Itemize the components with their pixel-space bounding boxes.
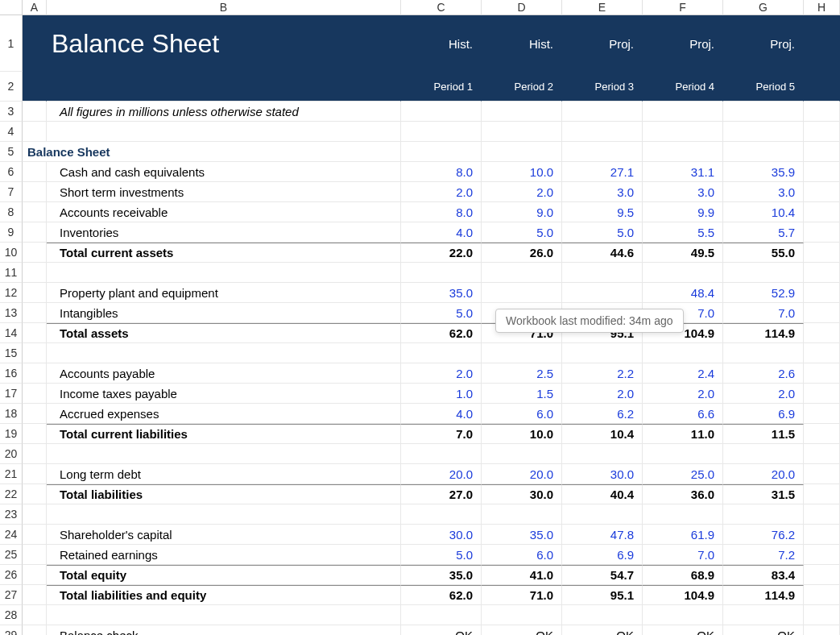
cell-A26[interactable] xyxy=(23,565,47,585)
cell-E9[interactable]: 5.0 xyxy=(562,222,643,243)
cell-E12[interactable] xyxy=(562,283,643,303)
cell-C12[interactable]: 35.0 xyxy=(401,283,482,303)
cell-B19[interactable]: Total current liabilities xyxy=(47,424,401,444)
row-header-18[interactable]: 18 xyxy=(0,404,23,424)
cell-G4[interactable] xyxy=(723,122,804,142)
cell-C5[interactable] xyxy=(401,142,482,162)
cell-E28[interactable] xyxy=(562,605,643,625)
cell-D24[interactable]: 35.0 xyxy=(482,525,562,545)
cell-A16[interactable] xyxy=(23,363,47,384)
cell-C24[interactable]: 30.0 xyxy=(401,525,482,545)
row-header-12[interactable]: 12 xyxy=(0,283,23,303)
cell-A3[interactable] xyxy=(23,102,47,122)
cell-F8[interactable]: 9.9 xyxy=(643,202,723,222)
cell-A24[interactable] xyxy=(23,525,47,545)
cell-G25[interactable]: 7.2 xyxy=(723,545,804,565)
cell-F6[interactable]: 31.1 xyxy=(643,162,723,182)
cell-A22[interactable] xyxy=(23,484,47,504)
cell-H12[interactable] xyxy=(804,283,840,303)
cell-C2[interactable]: Period 1 xyxy=(401,72,482,102)
cell-A18[interactable] xyxy=(23,404,47,424)
cell-H5[interactable] xyxy=(804,142,840,162)
cell-H20[interactable] xyxy=(804,444,840,464)
cell-E27[interactable]: 95.1 xyxy=(562,585,643,605)
cell-H28[interactable] xyxy=(804,605,840,625)
cell-B7[interactable]: Short term investments xyxy=(47,182,401,202)
cell-E22[interactable]: 40.4 xyxy=(562,484,643,504)
col-header-C[interactable]: C xyxy=(401,0,482,15)
cell-H19[interactable] xyxy=(804,424,840,444)
cell-H3[interactable] xyxy=(804,102,840,122)
row-header-29[interactable]: 29 xyxy=(0,625,23,635)
cell-C27[interactable]: 62.0 xyxy=(401,585,482,605)
cell-G23[interactable] xyxy=(723,504,804,525)
cell-E25[interactable]: 6.9 xyxy=(562,545,643,565)
row-header-1[interactable]: 1 xyxy=(0,15,23,72)
cell-A9[interactable] xyxy=(23,222,47,243)
cell-C23[interactable] xyxy=(401,504,482,525)
cell-C11[interactable] xyxy=(401,263,482,283)
cell-H13[interactable] xyxy=(804,303,840,323)
cell-H7[interactable] xyxy=(804,182,840,202)
cell-H1[interactable] xyxy=(804,15,840,72)
cell-C14[interactable]: 62.0 xyxy=(401,323,482,343)
cell-E20[interactable] xyxy=(562,444,643,464)
row-header-23[interactable]: 23 xyxy=(0,504,23,525)
cell-H22[interactable] xyxy=(804,484,840,504)
row-header-5[interactable]: 5 xyxy=(0,142,23,162)
cell-B20[interactable] xyxy=(47,444,401,464)
cell-A12[interactable] xyxy=(23,283,47,303)
cell-H9[interactable] xyxy=(804,222,840,243)
row-header-15[interactable]: 15 xyxy=(0,343,23,363)
col-header-H[interactable]: H xyxy=(804,0,840,15)
cell-C25[interactable]: 5.0 xyxy=(401,545,482,565)
cell-B12[interactable]: Property plant and equipment xyxy=(47,283,401,303)
cell-A7[interactable] xyxy=(23,182,47,202)
row-header-2[interactable]: 2 xyxy=(0,72,23,102)
cell-E16[interactable]: 2.2 xyxy=(562,363,643,384)
cell-G27[interactable]: 114.9 xyxy=(723,585,804,605)
row-header-17[interactable]: 17 xyxy=(0,384,23,404)
cell-D6[interactable]: 10.0 xyxy=(482,162,562,182)
cell-C29[interactable]: OK xyxy=(401,625,482,635)
cell-E26[interactable]: 54.7 xyxy=(562,565,643,585)
cell-A23[interactable] xyxy=(23,504,47,525)
cell-H4[interactable] xyxy=(804,122,840,142)
col-header-D[interactable]: D xyxy=(482,0,562,15)
cell-D22[interactable]: 30.0 xyxy=(482,484,562,504)
cell-B29[interactable]: Balance check xyxy=(47,625,401,635)
cell-F4[interactable] xyxy=(643,122,723,142)
cell-A10[interactable] xyxy=(23,243,47,263)
cell-D27[interactable]: 71.0 xyxy=(482,585,562,605)
row-header-14[interactable]: 14 xyxy=(0,323,23,343)
cell-C9[interactable]: 4.0 xyxy=(401,222,482,243)
cell-B17[interactable]: Income taxes payable xyxy=(47,384,401,404)
cell-A21[interactable] xyxy=(23,464,47,484)
col-header-B[interactable]: B xyxy=(47,0,401,15)
row-header-28[interactable]: 28 xyxy=(0,605,23,625)
cell-C6[interactable]: 8.0 xyxy=(401,162,482,182)
cell-G11[interactable] xyxy=(723,263,804,283)
cell-G20[interactable] xyxy=(723,444,804,464)
cell-G2[interactable]: Period 5 xyxy=(723,72,804,102)
cell-C16[interactable]: 2.0 xyxy=(401,363,482,384)
cell-E19[interactable]: 10.4 xyxy=(562,424,643,444)
cell-E24[interactable]: 47.8 xyxy=(562,525,643,545)
cell-F18[interactable]: 6.6 xyxy=(643,404,723,424)
cell-F5[interactable] xyxy=(643,142,723,162)
cell-F17[interactable]: 2.0 xyxy=(643,384,723,404)
cell-D9[interactable]: 5.0 xyxy=(482,222,562,243)
cell-H26[interactable] xyxy=(804,565,840,585)
cell-A15[interactable] xyxy=(23,343,47,363)
cell-F9[interactable]: 5.5 xyxy=(643,222,723,243)
cell-D7[interactable]: 2.0 xyxy=(482,182,562,202)
cell-B25[interactable]: Retained earnings xyxy=(47,545,401,565)
cell-E3[interactable] xyxy=(562,102,643,122)
cell-G18[interactable]: 6.9 xyxy=(723,404,804,424)
cell-C26[interactable]: 35.0 xyxy=(401,565,482,585)
cell-G12[interactable]: 52.9 xyxy=(723,283,804,303)
cell-G26[interactable]: 83.4 xyxy=(723,565,804,585)
cell-B15[interactable] xyxy=(47,343,401,363)
cell-F11[interactable] xyxy=(643,263,723,283)
cell-F12[interactable]: 48.4 xyxy=(643,283,723,303)
